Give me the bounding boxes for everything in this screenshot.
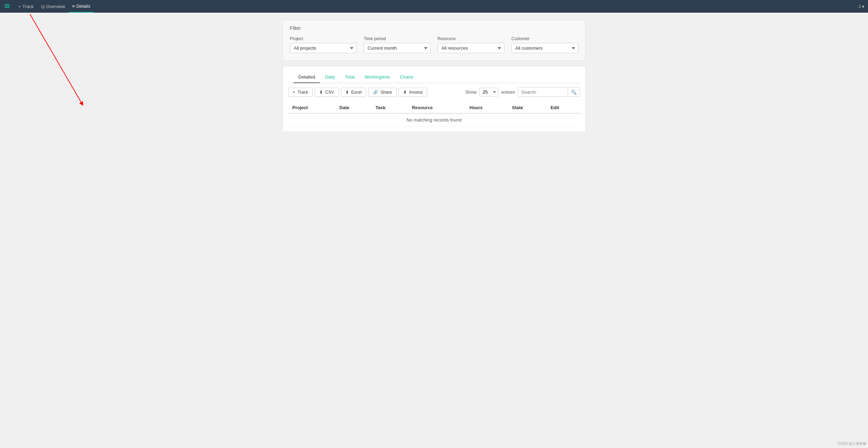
watermark: CSDN @江湖有缘 <box>838 441 866 446</box>
project-select[interactable]: All projects <box>290 43 357 53</box>
logo-icon <box>4 3 11 10</box>
download-icon: ⬇ <box>319 90 323 95</box>
details-icon: ≡ <box>72 4 75 9</box>
toolbar: +Track ⬇CSV ⬇Excel 🔗Share ⬆Invoice Show … <box>288 87 580 97</box>
table-empty-row: No matching records found <box>288 113 580 126</box>
search-input[interactable] <box>518 88 568 97</box>
resource-filter: Resource All resources <box>438 36 505 53</box>
tab-detailed[interactable]: Detailed <box>294 71 320 83</box>
project-label: Project <box>290 36 357 41</box>
share-button[interactable]: 🔗Share <box>368 88 396 97</box>
time-period-select[interactable]: Current month <box>364 43 431 53</box>
col-edit: Edit <box>546 102 580 113</box>
no-records-message: No matching records found <box>288 113 580 126</box>
table-section: Detailed Daily Total Workingtime Charts … <box>283 66 586 132</box>
svg-rect-0 <box>5 4 10 5</box>
invoice-button[interactable]: ⬆Invoice <box>399 88 427 97</box>
time-period-label: Time period <box>364 36 431 41</box>
user-dropdown-icon: ▾ <box>862 4 864 9</box>
col-task: Task <box>371 102 407 113</box>
data-table: Project Date Task Resource Hours State E… <box>288 102 580 126</box>
table-header-row: Project Date Task Resource Hours State E… <box>288 102 580 113</box>
main-content: Filter Project All projects Time period … <box>276 13 593 139</box>
table-body: No matching records found <box>288 113 580 126</box>
search-icon: 🔍 <box>571 89 577 95</box>
col-resource: Resource <box>408 102 465 113</box>
tab-charts[interactable]: Charts <box>395 71 418 83</box>
time-period-filter: Time period Current month <box>364 36 431 53</box>
download-icon: ⬇ <box>345 90 349 95</box>
customer-label: Customer <box>511 36 578 41</box>
nav-overview[interactable]: ◎ Overview <box>37 0 69 13</box>
upload-icon: ⬆ <box>403 90 407 95</box>
navbar: + Track ◎ Overview ≡ Details J ▾ <box>0 0 868 13</box>
excel-button[interactable]: ⬇Excel <box>341 88 366 97</box>
nav-details[interactable]: ≡ Details <box>69 0 94 13</box>
filter-section: Filter Project All projects Time period … <box>283 20 586 61</box>
project-filter: Project All projects <box>290 36 357 53</box>
customer-filter: Customer All customers <box>511 36 578 53</box>
toolbar-right: Show 10 25 50 100 entries 🔍 <box>465 87 580 97</box>
search-wrapper: 🔍 <box>518 87 580 97</box>
tab-workingtime[interactable]: Workingtime <box>360 71 395 83</box>
user-menu[interactable]: J ▾ <box>858 4 865 9</box>
col-state: State <box>508 102 546 113</box>
col-project: Project <box>288 102 335 113</box>
tab-daily[interactable]: Daily <box>320 71 340 83</box>
nav-track[interactable]: + Track <box>15 0 37 13</box>
plus-icon: + <box>293 90 295 95</box>
plus-icon: + <box>18 4 21 9</box>
app-logo <box>4 3 12 10</box>
show-label: Show <box>465 89 477 95</box>
tab-total[interactable]: Total <box>340 71 359 83</box>
entries-label: entries <box>501 89 515 95</box>
resource-select[interactable]: All resources <box>438 43 505 53</box>
svg-rect-1 <box>5 6 10 6</box>
filter-title: Filter <box>290 25 578 31</box>
filter-row: Project All projects Time period Current… <box>290 36 578 53</box>
search-button[interactable]: 🔍 <box>568 88 580 97</box>
link-icon: 🔗 <box>373 90 378 95</box>
col-hours: Hours <box>465 102 508 113</box>
overview-icon: ◎ <box>41 4 45 9</box>
col-date: Date <box>335 102 371 113</box>
resource-label: Resource <box>438 36 505 41</box>
tabs-row: Detailed Daily Total Workingtime Charts <box>288 71 580 83</box>
svg-rect-2 <box>5 7 10 8</box>
track-button[interactable]: +Track <box>288 88 313 97</box>
customer-select[interactable]: All customers <box>511 43 578 53</box>
navbar-right: J ▾ <box>858 4 865 9</box>
csv-button[interactable]: ⬇CSV <box>315 88 339 97</box>
svg-line-4 <box>30 14 81 102</box>
table-header: Project Date Task Resource Hours State E… <box>288 102 580 113</box>
entries-select[interactable]: 10 25 50 100 <box>479 88 498 97</box>
